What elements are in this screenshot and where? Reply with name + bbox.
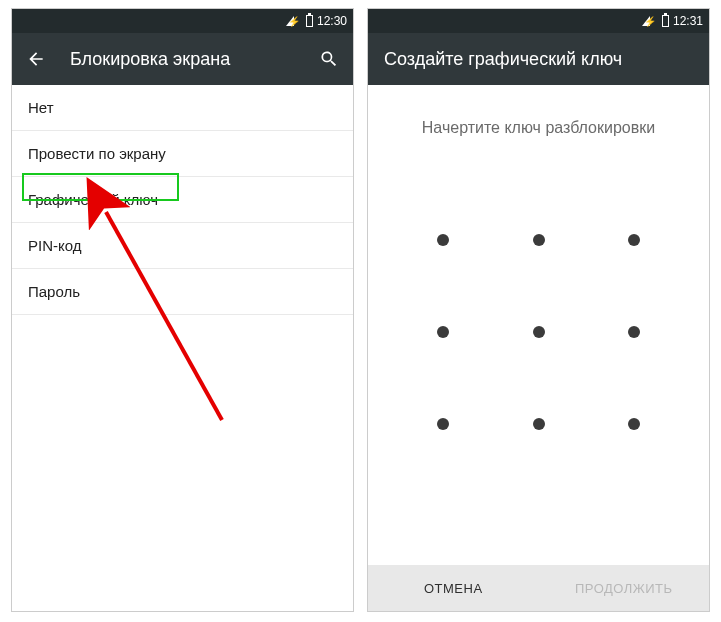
option-label: PIN-код <box>28 237 82 254</box>
app-bar: Создайте графический ключ <box>368 33 709 85</box>
cancel-button[interactable]: ОТМЕНА <box>368 565 539 611</box>
pattern-dot[interactable] <box>628 234 640 246</box>
phone-left: ⚡ 12:30 Блокировка экрана Нет Провести п… <box>11 8 354 612</box>
battery-icon <box>662 15 669 27</box>
continue-button: ПРОДОЛЖИТЬ <box>539 565 710 611</box>
bottom-action-bar: ОТМЕНА ПРОДОЛЖИТЬ <box>368 565 709 611</box>
search-icon[interactable] <box>319 49 339 69</box>
pattern-dot[interactable] <box>628 326 640 338</box>
lock-options-list: Нет Провести по экрану Графический ключ … <box>12 85 353 315</box>
pattern-instruction: Начертите ключ разблокировки <box>368 119 709 137</box>
pattern-dot[interactable] <box>437 418 449 430</box>
pattern-dot[interactable] <box>437 326 449 338</box>
status-time: 12:31 <box>673 14 703 28</box>
battery-icon <box>306 15 313 27</box>
option-label: Графический ключ <box>28 191 158 208</box>
charging-icon: ⚡ <box>644 16 656 27</box>
option-swipe[interactable]: Провести по экрану <box>12 131 353 177</box>
pattern-grid[interactable] <box>368 167 709 497</box>
status-bar: ⚡ 12:30 <box>12 9 353 33</box>
pattern-dot[interactable] <box>533 234 545 246</box>
pattern-dot[interactable] <box>533 326 545 338</box>
option-none[interactable]: Нет <box>12 85 353 131</box>
pattern-dot[interactable] <box>437 234 449 246</box>
appbar-title: Создайте графический ключ <box>384 49 695 70</box>
appbar-title: Блокировка экрана <box>70 49 295 70</box>
status-bar: ⚡ 12:31 <box>368 9 709 33</box>
pattern-dot[interactable] <box>533 418 545 430</box>
option-password[interactable]: Пароль <box>12 269 353 315</box>
app-bar: Блокировка экрана <box>12 33 353 85</box>
phone-right: ⚡ 12:31 Создайте графический ключ Начерт… <box>367 8 710 612</box>
option-label: Пароль <box>28 283 80 300</box>
charging-icon: ⚡ <box>288 16 300 27</box>
option-pin[interactable]: PIN-код <box>12 223 353 269</box>
option-label: Нет <box>28 99 54 116</box>
back-icon[interactable] <box>26 49 46 69</box>
option-pattern[interactable]: Графический ключ <box>12 177 353 223</box>
option-label: Провести по экрану <box>28 145 166 162</box>
pattern-dot[interactable] <box>628 418 640 430</box>
status-time: 12:30 <box>317 14 347 28</box>
